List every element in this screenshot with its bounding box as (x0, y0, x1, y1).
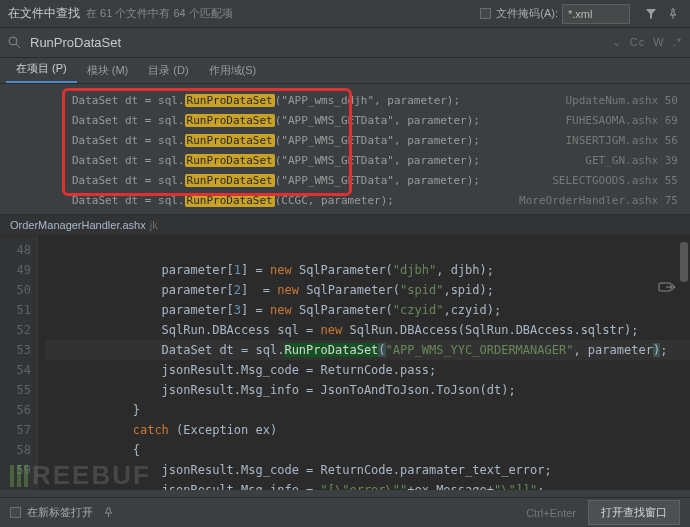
footer: 在新标签打开 Ctrl+Enter 打开查找窗口 (0, 497, 690, 527)
code-area[interactable]: parameter[1] = new SqlParameter("djbh", … (38, 236, 690, 490)
tab-project[interactable]: 在项目 (P) (6, 56, 77, 83)
tab-scope[interactable]: 作用域(S) (199, 58, 267, 83)
navigate-icon[interactable] (658, 280, 678, 296)
pin-results-icon[interactable] (103, 507, 114, 518)
result-row[interactable]: DataSet dt = sql.RunProDataSet("APP_wms_… (0, 90, 690, 110)
filter-icon[interactable] (642, 5, 660, 23)
result-row[interactable]: DataSet dt = sql.RunProDataSet("APP_WMS_… (0, 130, 690, 150)
header-title: 在文件中查找 (8, 5, 80, 22)
line-gutter: 484950515253545556575859 (0, 236, 38, 490)
results-list: DataSet dt = sql.RunProDataSet("APP_wms_… (0, 84, 690, 214)
result-location: MoreOrderHandler.ashx 75 (519, 194, 678, 207)
shortcut-hint: Ctrl+Enter (526, 507, 576, 519)
open-new-tab-label: 在新标签打开 (27, 505, 93, 520)
svg-point-0 (9, 37, 17, 45)
search-options: ⌄ Cc W .* (612, 36, 682, 49)
open-new-tab-checkbox[interactable] (10, 507, 21, 518)
match-highlight: RunProDataSet (185, 134, 275, 147)
file-mask-label: 文件掩码(A): (496, 6, 558, 21)
match-case-toggle[interactable]: Cc (630, 36, 645, 49)
result-row[interactable]: DataSet dt = sql.RunProDataSet("APP_WMS_… (0, 150, 690, 170)
find-header: 在文件中查找 在 61 个文件中有 64 个匹配项 文件掩码(A): (0, 0, 690, 28)
match-highlight: RunProDataSet (185, 174, 275, 187)
result-row[interactable]: DataSet dt = sql.RunProDataSet(CCGC, par… (0, 190, 690, 210)
match-highlight: RunProDataSet (185, 94, 275, 107)
result-location: FUHESAOMA.ashx 69 (565, 114, 678, 127)
preview-file-strip: OrderManagerHandler.ashx jk (0, 214, 690, 236)
watermark: REEBUF (10, 460, 151, 491)
tab-module[interactable]: 模块 (M) (77, 58, 139, 83)
search-icon (8, 36, 24, 49)
regex-toggle[interactable]: .* (673, 36, 682, 49)
code-preview[interactable]: 484950515253545556575859 parameter[1] = … (0, 236, 690, 490)
scope-tabs: 在项目 (P) 模块 (M) 目录 (D) 作用域(S) (0, 58, 690, 84)
result-location: SELECTGOODS.ashx 55 (552, 174, 678, 187)
pin-icon[interactable] (664, 5, 682, 23)
svg-line-1 (16, 44, 20, 48)
preview-filename: OrderManagerHandler.ashx (10, 219, 146, 231)
match-highlight: RunProDataSet (185, 154, 275, 167)
history-icon[interactable]: ⌄ (612, 36, 622, 49)
whole-word-toggle[interactable]: W (653, 36, 664, 49)
file-mask-checkbox[interactable] (480, 8, 491, 19)
result-location: GET_GN.ashx 39 (585, 154, 678, 167)
preview-suffix: jk (150, 219, 158, 231)
open-find-window-button[interactable]: 打开查找窗口 (588, 500, 680, 525)
header-subtitle: 在 61 个文件中有 64 个匹配项 (86, 6, 233, 21)
match-highlight: RunProDataSet (185, 114, 275, 127)
search-row: ⌄ Cc W .* (0, 28, 690, 58)
search-input[interactable] (30, 35, 612, 50)
result-location: UpdateNum.ashx 50 (565, 94, 678, 107)
result-row[interactable]: DataSet dt = sql.RunProDataSet("APP_WMS_… (0, 170, 690, 190)
result-row[interactable]: DataSet dt = sql.RunProDataSet("APP_WMS_… (0, 110, 690, 130)
result-location: INSERTJGM.ashx 56 (565, 134, 678, 147)
scrollbar-thumb[interactable] (680, 242, 688, 282)
match-highlight: RunProDataSet (185, 194, 275, 207)
tab-directory[interactable]: 目录 (D) (138, 58, 198, 83)
file-mask-input[interactable] (562, 4, 630, 24)
